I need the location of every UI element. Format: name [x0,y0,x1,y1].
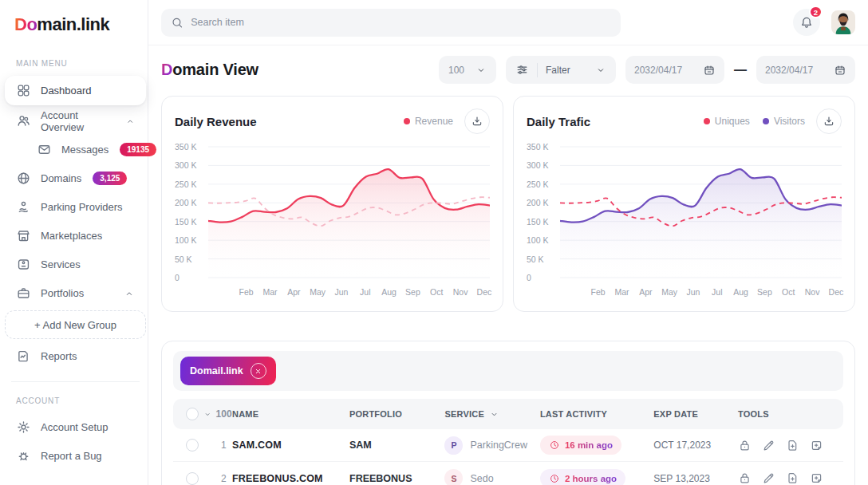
sidebar: Domain.link MAIN MENU DashboardAccount O… [0,0,148,485]
note-add-icon[interactable] [810,471,823,485]
y-tick-label: 150 K [527,217,548,227]
col-exp-date[interactable]: EXP DATE [653,409,738,419]
search-box[interactable] [161,9,621,37]
x-tick-label: Apr [287,287,300,297]
sidebar-item-report-a-bug[interactable]: Report a Bug [8,442,143,470]
sidebar-item-reports[interactable]: Reports [8,342,143,370]
download-icon [823,115,835,128]
file-add-icon[interactable] [786,439,799,452]
row-checkbox[interactable] [186,439,199,451]
table-body: 1SAM.COMSAMPParkingCrew16 min agoOCT 17,… [173,429,843,485]
chart-card-0: Daily RevenueRevenue350 K300 K250 K200 K… [161,96,503,312]
parking-icon [16,199,31,215]
chevron-up-icon[interactable] [124,288,135,299]
sidebar-item-account-setup[interactable]: Account Setup [8,413,143,441]
x-tick-label: Jun [335,287,349,297]
lock-icon[interactable] [738,471,752,485]
col-service[interactable]: SERVICE [444,409,539,420]
col-name[interactable]: NAME [232,409,349,419]
y-tick-label: 100 K [527,235,548,245]
row-checkbox[interactable] [186,472,199,485]
sidebar-account-nav: Account SetupReport a Bug [13,413,138,470]
y-tick-label: 250 K [175,179,196,189]
chevron-up-icon[interactable] [125,116,136,127]
domain-name[interactable]: FREEBONUS.COM [232,473,349,484]
row-number: 2 [203,473,232,484]
edit-icon[interactable] [762,471,775,485]
service-cell: PParkingCrew [444,436,539,455]
per-page-select[interactable]: 100 [439,56,496,84]
sidebar-item-marketplaces[interactable]: Marketplaces [8,222,143,250]
app-root: Domain.link MAIN MENU DashboardAccount O… [0,0,868,485]
sidebar-item-add-new-group[interactable]: + Add New Group [5,310,146,339]
note-add-icon[interactable] [810,439,823,452]
chevron-down-icon[interactable] [203,409,211,420]
close-icon[interactable] [251,363,266,379]
sidebar-item-label: Parking Providers [41,201,123,213]
brand-logo[interactable]: Domain.link [14,14,138,35]
sidebar-item-label: Marketplaces [41,230,102,242]
gear-icon [16,420,31,435]
search-input[interactable] [191,17,611,28]
sidebar-item-domains[interactable]: Domains3,125 [8,164,143,192]
edit-icon[interactable] [762,439,775,452]
date-from-picker[interactable]: 2032/04/17 [625,56,724,84]
search-icon [171,16,183,30]
last-activity-pill: 16 min ago [540,436,621,455]
service-label: ParkingCrew [470,440,527,451]
chart-canvas [560,144,842,281]
legend-dot [404,118,410,124]
x-tick-label: Feb [239,287,254,297]
legend-dot [704,118,710,124]
lock-icon[interactable] [738,439,752,452]
clock-icon [549,473,560,484]
x-tick-label: Mar [614,287,629,297]
x-tick-label: May [661,287,677,297]
x-tick-label: Nov [805,287,820,297]
store-icon [16,228,31,243]
filter-chip[interactable]: Domail.link [180,357,276,385]
date-to-picker[interactable]: 2032/04/17 [756,56,855,84]
y-tick-label: 150 K [175,217,196,227]
sidebar-item-services[interactable]: Services [8,250,143,278]
y-axis-labels: 350 K300 K250 K200 K150 K100 K50 K0 [175,144,208,281]
sliders-icon [515,63,529,77]
chart-title: Daily Trafic [527,115,590,128]
sidebar-item-messages[interactable]: Messages19135 [8,136,143,164]
download-button[interactable] [816,108,842,134]
services-icon [16,257,31,272]
sidebar-item-portfolios[interactable]: Portfolios [8,279,143,307]
y-tick-label: 0 [527,273,531,282]
calendar-icon [834,64,846,77]
table-header: 100 NAME PORTFOLIO SERVICE LAST ACTIVITY… [173,399,843,429]
download-button[interactable] [464,108,490,134]
user-avatar[interactable] [831,10,855,34]
filter-dropdown[interactable]: Falter [506,56,616,84]
x-axis-labels: FebMarAprMayJunJulAugSepOctNovDec [208,281,490,300]
col-last-activity[interactable]: LAST ACTIVITY [540,409,653,419]
sidebar-item-label: Services [41,258,81,270]
x-tick-label: Jul [360,287,370,297]
select-all-checkbox[interactable] [186,408,199,420]
row-number: 1 [203,440,232,451]
domains-table-card: Domail.link 100 NAME PORTFOLIO SERVICE L… [161,341,855,485]
sidebar-divider [11,381,140,382]
sidebar-item-account-overview[interactable]: Account Overview [8,107,143,135]
x-tick-label: Dec [829,287,844,297]
sidebar-item-parking-providers[interactable]: Parking Providers [8,193,143,221]
chart-header: Daily TraficUniquesVisitors [527,108,842,134]
page-controls: 100 Falter 2032/04/17 — [439,56,855,84]
chart-canvas [208,144,490,281]
row-tools [738,471,840,485]
sidebar-item-dashboard[interactable]: Dashboard [5,76,146,105]
domain-name[interactable]: SAM.COM [232,440,349,451]
y-tick-label: 300 K [175,160,196,170]
notifications-button[interactable]: 2 [793,9,820,36]
sidebar-main-nav: DashboardAccount OverviewMessages19135Do… [13,76,138,370]
service-cell: SSedo [444,469,539,485]
brand-logo-accent: Do [14,14,37,34]
sidebar-section-account: ACCOUNT [16,396,138,405]
file-add-icon[interactable] [786,471,799,485]
col-portfolio[interactable]: PORTFOLIO [349,409,444,419]
mail-icon [37,142,52,157]
